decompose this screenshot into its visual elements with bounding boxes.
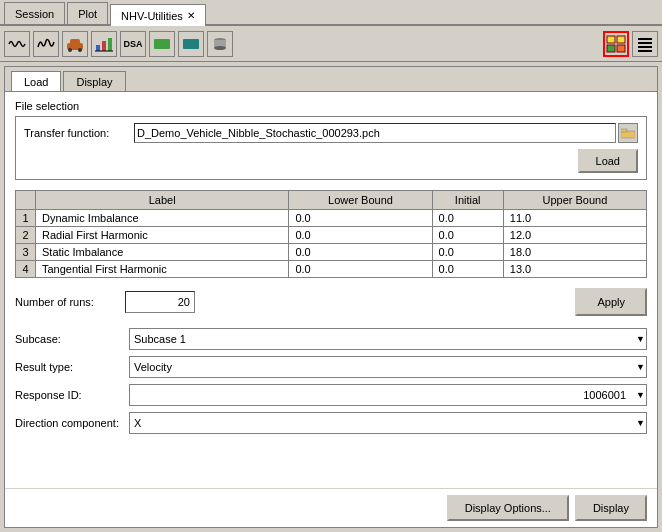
response-id-wrapper: ▼ (129, 384, 647, 406)
row-lower: 0.0 (289, 261, 432, 278)
col-header-initial: Initial (432, 191, 503, 210)
subcase-label: Subcase: (15, 328, 125, 350)
runs-row: Number of runs: Apply (15, 288, 647, 316)
row-initial: 0.0 (432, 261, 503, 278)
tool-chart-button[interactable] (91, 31, 117, 57)
runs-input[interactable] (125, 291, 195, 313)
form-grid: Subcase: Subcase 1 ▼ Result type: Veloci… (15, 328, 647, 434)
inner-tab-display[interactable]: Display (63, 71, 125, 91)
row-initial: 0.0 (432, 227, 503, 244)
runs-left: Number of runs: (15, 291, 195, 313)
inner-tab-load[interactable]: Load (11, 71, 61, 91)
transfer-function-row: Transfer function: D_Demo_Vehicle_Nibble… (24, 123, 638, 143)
load-panel: File selection Transfer function: D_Demo… (5, 92, 657, 488)
svg-rect-22 (621, 129, 627, 132)
result-type-select[interactable]: Velocity Acceleration Displacement (129, 356, 647, 378)
display-options-button[interactable]: Display Options... (447, 495, 569, 521)
tool-list-button[interactable] (632, 31, 658, 57)
browse-button[interactable] (618, 123, 638, 143)
file-selection-title: File selection (15, 100, 647, 112)
tab-bar: Session Plot NHV-Utilities ✕ (0, 0, 662, 26)
table-row: 2 Radial First Harmonic 0.0 0.0 12.0 (16, 227, 647, 244)
table-row: 4 Tangential First Harmonic 0.0 0.0 13.0 (16, 261, 647, 278)
svg-rect-1 (70, 39, 80, 45)
tool-car-button[interactable] (62, 31, 88, 57)
svg-point-2 (68, 48, 72, 52)
toolbar: DSA (0, 26, 662, 62)
row-upper: 13.0 (503, 261, 646, 278)
tool-dsa-button[interactable]: DSA (120, 31, 146, 57)
display-button[interactable]: Display (575, 495, 647, 521)
row-upper: 11.0 (503, 210, 646, 227)
col-header-num (16, 191, 36, 210)
svg-rect-4 (96, 45, 100, 51)
row-num: 2 (16, 227, 36, 244)
svg-rect-17 (638, 38, 652, 40)
svg-rect-6 (108, 38, 112, 51)
tool-green-button[interactable] (149, 31, 175, 57)
inner-tab-bar: Load Display (5, 67, 657, 92)
result-type-label: Result type: (15, 356, 125, 378)
row-upper: 18.0 (503, 244, 646, 261)
row-num: 3 (16, 244, 36, 261)
runs-label: Number of runs: (15, 296, 125, 308)
row-num: 4 (16, 261, 36, 278)
direction-label: Direction component: (15, 412, 125, 434)
tab-close-icon[interactable]: ✕ (187, 10, 195, 21)
svg-rect-18 (638, 42, 652, 44)
tool-cylinder-button[interactable] (207, 31, 233, 57)
row-lower: 0.0 (289, 227, 432, 244)
svg-rect-15 (607, 45, 615, 52)
tab-plot[interactable]: Plot (67, 2, 108, 24)
tool-wave1-button[interactable] (4, 31, 30, 57)
subcase-select-wrapper: Subcase 1 ▼ (129, 328, 647, 350)
row-initial: 0.0 (432, 244, 503, 261)
svg-point-12 (214, 46, 226, 50)
result-type-select-wrapper: Velocity Acceleration Displacement ▼ (129, 356, 647, 378)
row-label: Dynamic Imbalance (36, 210, 289, 227)
load-button[interactable]: Load (578, 149, 638, 173)
row-label: Tangential First Harmonic (36, 261, 289, 278)
tool-grid-button[interactable] (603, 31, 629, 57)
col-header-lower: Lower Bound (289, 191, 432, 210)
direction-select-wrapper: X Y Z ▼ (129, 412, 647, 434)
main-content: Load Display File selection Transfer fun… (4, 66, 658, 528)
toolbar-right (603, 31, 658, 57)
load-btn-row: Load (24, 149, 638, 173)
subcase-select[interactable]: Subcase 1 (129, 328, 647, 350)
response-id-input[interactable] (129, 384, 647, 406)
toolbar-left: DSA (4, 31, 233, 57)
tab-session[interactable]: Session (4, 2, 65, 24)
table-row: 3 Static Imbalance 0.0 0.0 18.0 (16, 244, 647, 261)
svg-rect-19 (638, 46, 652, 48)
transfer-function-label: Transfer function: (24, 127, 134, 139)
tab-nhv-utilities[interactable]: NHV-Utilities ✕ (110, 4, 206, 26)
svg-rect-13 (607, 36, 615, 43)
bottom-bar: Display Options... Display (5, 488, 657, 527)
table-row: 1 Dynamic Imbalance 0.0 0.0 11.0 (16, 210, 647, 227)
svg-rect-14 (617, 36, 625, 43)
apply-button[interactable]: Apply (575, 288, 647, 316)
svg-rect-5 (102, 41, 106, 51)
row-num: 1 (16, 210, 36, 227)
file-selection-box: Transfer function: D_Demo_Vehicle_Nibble… (15, 116, 647, 180)
row-initial: 0.0 (432, 210, 503, 227)
col-header-label: Label (36, 191, 289, 210)
svg-rect-8 (154, 39, 170, 49)
svg-rect-20 (638, 50, 652, 52)
row-lower: 0.0 (289, 210, 432, 227)
row-upper: 12.0 (503, 227, 646, 244)
tool-teal-button[interactable] (178, 31, 204, 57)
svg-point-3 (78, 48, 82, 52)
row-lower: 0.0 (289, 244, 432, 261)
svg-rect-16 (617, 45, 625, 52)
col-header-upper: Upper Bound (503, 191, 646, 210)
svg-rect-9 (183, 39, 199, 49)
tool-wave2-button[interactable] (33, 31, 59, 57)
response-id-arrow-icon[interactable]: ▼ (636, 390, 645, 400)
data-table: Label Lower Bound Initial Upper Bound 1 … (15, 190, 647, 278)
direction-select[interactable]: X Y Z (129, 412, 647, 434)
transfer-function-input[interactable]: D_Demo_Vehicle_Nibble_Stochastic_000293.… (134, 123, 616, 143)
response-id-label: Response ID: (15, 384, 125, 406)
row-label: Static Imbalance (36, 244, 289, 261)
